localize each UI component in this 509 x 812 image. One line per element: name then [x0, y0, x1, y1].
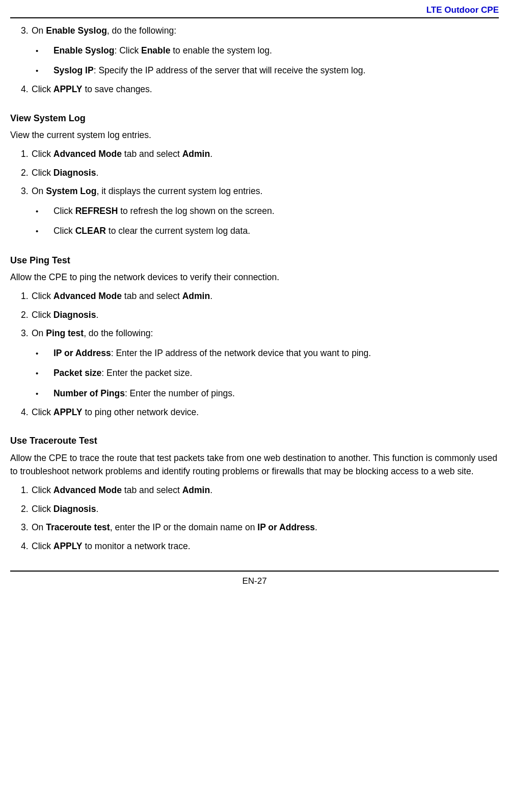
document-page: LTE Outdoor CPE 3.On Enable Syslog, do t…	[0, 0, 509, 602]
section-heading: Use Traceroute Test	[10, 435, 499, 447]
section-heading: Use Ping Test	[10, 254, 499, 266]
bullet-item: Enable Syslog: Click Enable to enable th…	[10, 44, 499, 57]
step-item: 2.Click Diagnosis.	[10, 309, 499, 321]
step-item: 2.Click Diagnosis.	[10, 503, 499, 516]
step-item: 3.On Enable Syslog, do the following:	[10, 25, 499, 37]
step-item: 1.Click Advanced Mode tab and select Adm…	[10, 484, 499, 497]
section-intro: Allow the CPE to ping the network device…	[10, 270, 499, 284]
bullet-item: Packet size: Enter the packet size.	[10, 366, 499, 380]
bullet-item: Click REFRESH to refresh the log shown o…	[10, 204, 499, 218]
page-header: LTE Outdoor CPE	[10, 0, 499, 18]
bullet-item: Click CLEAR to clear the current system …	[10, 224, 499, 237]
step-item: 4.Click APPLY to save changes.	[10, 84, 499, 96]
step-item: 1.Click Advanced Mode tab and select Adm…	[10, 290, 499, 303]
section-intro: Allow the CPE to trace the route that te…	[10, 451, 499, 478]
step-item: 4.Click APPLY to ping other network devi…	[10, 407, 499, 419]
step-item: 3.On System Log, it displays the current…	[10, 185, 499, 198]
header-title: LTE Outdoor CPE	[426, 5, 499, 15]
bullet-item: IP or Address: Enter the IP address of t…	[10, 346, 499, 360]
section-intro: View the current system log entries.	[10, 128, 499, 142]
bullet-item: Syslog IP: Specify the IP address of the…	[10, 64, 499, 77]
section-heading: View System Log	[10, 112, 499, 124]
step-item: 3.On Traceroute test, enter the IP or th…	[10, 522, 499, 534]
page-number: EN-27	[242, 576, 266, 586]
page-footer: EN-27	[10, 571, 499, 591]
step-item: 2.Click Diagnosis.	[10, 167, 499, 179]
bullet-item: Number of Pings: Enter the number of pin…	[10, 387, 499, 400]
step-item: 1.Click Advanced Mode tab and select Adm…	[10, 148, 499, 160]
step-item: 3.On Ping test, do the following:	[10, 328, 499, 340]
step-item: 4.Click APPLY to monitor a network trace…	[10, 540, 499, 553]
